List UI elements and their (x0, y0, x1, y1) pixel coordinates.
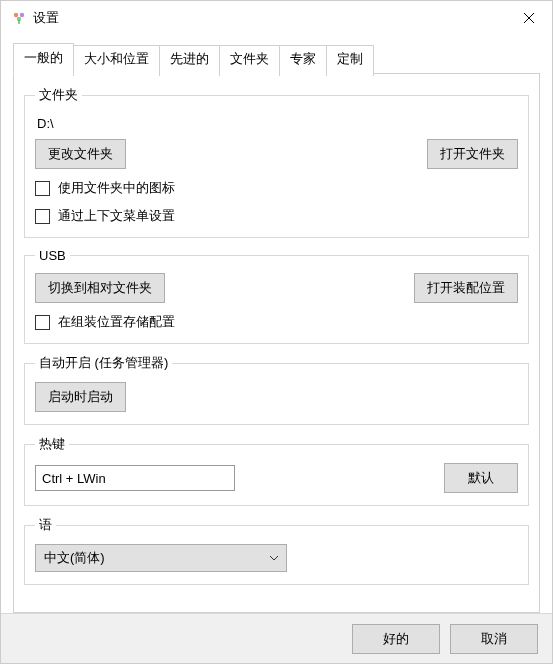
tab-custom[interactable]: 定制 (326, 45, 374, 76)
dialog-footer: 好的 取消 (1, 613, 552, 663)
tabpanel-general: 文件夹 D:\ 更改文件夹 打开文件夹 使用文件夹中的图标 通过上下文菜单设置 … (13, 73, 540, 613)
titlebar: 设置 (1, 1, 552, 35)
store-config-checkbox[interactable]: 在组装位置存储配置 (35, 313, 518, 331)
group-hotkey: 热键 默认 (24, 435, 529, 506)
language-select[interactable]: 中文(简体) (35, 544, 287, 572)
group-hotkey-legend: 热键 (35, 435, 69, 453)
settings-window: 设置 一般的 大小和位置 先进的 文件夹 专家 定制 文件夹 D:\ 更改文件夹 (0, 0, 553, 664)
ok-button[interactable]: 好的 (352, 624, 440, 654)
group-language-legend: 语 (35, 516, 56, 534)
group-usb: USB 切换到相对文件夹 打开装配位置 在组装位置存储配置 (24, 248, 529, 344)
hotkey-input[interactable] (35, 465, 235, 491)
start-on-launch-button[interactable]: 启动时启动 (35, 382, 126, 412)
tab-advanced[interactable]: 先进的 (159, 45, 220, 76)
checkbox-icon (35, 315, 50, 330)
open-folder-button[interactable]: 打开文件夹 (427, 139, 518, 169)
checkbox-icon (35, 209, 50, 224)
tab-folder[interactable]: 文件夹 (219, 45, 280, 76)
group-folder: 文件夹 D:\ 更改文件夹 打开文件夹 使用文件夹中的图标 通过上下文菜单设置 (24, 86, 529, 238)
change-folder-button[interactable]: 更改文件夹 (35, 139, 126, 169)
tab-general[interactable]: 一般的 (13, 43, 74, 74)
open-assembly-location-button[interactable]: 打开装配位置 (414, 273, 518, 303)
client-area: 一般的 大小和位置 先进的 文件夹 专家 定制 文件夹 D:\ 更改文件夹 打开… (1, 35, 552, 613)
chevron-down-icon (268, 555, 280, 561)
language-select-value: 中文(简体) (44, 549, 105, 567)
switch-relative-folder-button[interactable]: 切换到相对文件夹 (35, 273, 165, 303)
checkbox-icon (35, 181, 50, 196)
folder-path: D:\ (35, 114, 518, 139)
context-menu-label: 通过上下文菜单设置 (58, 207, 175, 225)
group-autostart: 自动开启 (任务管理器) 启动时启动 (24, 354, 529, 425)
use-folder-icons-label: 使用文件夹中的图标 (58, 179, 175, 197)
tab-size-position[interactable]: 大小和位置 (73, 45, 160, 76)
hotkey-default-button[interactable]: 默认 (444, 463, 518, 493)
store-config-label: 在组装位置存储配置 (58, 313, 175, 331)
close-button[interactable] (506, 1, 552, 35)
group-folder-legend: 文件夹 (35, 86, 82, 104)
svg-point-1 (20, 13, 24, 17)
group-autostart-legend: 自动开启 (任务管理器) (35, 354, 172, 372)
tabstrip: 一般的 大小和位置 先进的 文件夹 专家 定制 (13, 43, 540, 74)
svg-point-0 (14, 13, 18, 17)
app-icon (11, 10, 27, 26)
group-usb-legend: USB (35, 248, 70, 263)
window-title: 设置 (33, 9, 59, 27)
tab-expert[interactable]: 专家 (279, 45, 327, 76)
group-language: 语 中文(简体) (24, 516, 529, 585)
use-folder-icons-checkbox[interactable]: 使用文件夹中的图标 (35, 179, 518, 197)
close-icon (524, 13, 534, 23)
context-menu-checkbox[interactable]: 通过上下文菜单设置 (35, 207, 518, 225)
cancel-button[interactable]: 取消 (450, 624, 538, 654)
svg-rect-3 (18, 20, 19, 24)
